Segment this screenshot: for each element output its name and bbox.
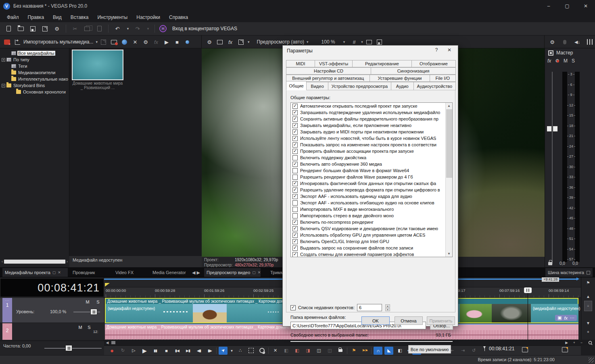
tab-float-icon[interactable]: ▢ <box>252 270 256 275</box>
project-properties-button[interactable] <box>40 24 49 33</box>
master-fader-handle[interactable] <box>547 126 558 132</box>
track-solo-button[interactable]: S <box>86 325 93 331</box>
capture-video-button[interactable] <box>110 37 119 46</box>
scrollbar-thumb[interactable] <box>111 341 115 344</box>
tab-float-icon[interactable]: ▢ <box>52 270 56 275</box>
cancel-button[interactable]: Отмена <box>395 316 423 325</box>
option-row[interactable]: Выдавать запрос на сохранение файлов пос… <box>291 245 446 251</box>
undo-dropdown[interactable]: ▾ <box>126 24 130 33</box>
mixer-settings-button[interactable]: ⚙ <box>548 37 557 46</box>
record-bus-button[interactable] <box>560 37 569 46</box>
option-row[interactable]: Включить авто обнаружение 360 медиа <box>291 161 446 167</box>
dialog-tab-deprecated[interactable]: Устаревшие функции <box>370 75 430 82</box>
scroll-left-icon[interactable]: ‹ <box>2 260 3 264</box>
option-row[interactable]: Показывать запрос на изменение настроек … <box>291 141 446 148</box>
menu-item[interactable]: Вид <box>48 13 66 22</box>
loop-region-end-icon[interactable] <box>562 347 568 352</box>
tab-project-media[interactable]: Медиафайлы проекта ▢ ✕ <box>2 268 68 277</box>
preview-zoom-dropdown[interactable]: ▾ <box>343 40 345 44</box>
vegas-hub-login[interactable]: Вход в концентратор VEGAS <box>172 26 237 31</box>
marker-tool-icon[interactable]: ⚑ <box>583 279 593 286</box>
rate-slider[interactable] <box>44 348 102 349</box>
tab-mastering-bus[interactable]: Шина мастеринга <box>545 268 593 277</box>
dialog-tab-midi[interactable]: MIDI <box>286 60 315 67</box>
option-row[interactable]: Используйте ленту новостей, чтобы быть в… <box>291 135 446 141</box>
spin-down-icon[interactable]: ▼ <box>385 308 390 311</box>
dialog-tab-editing[interactable]: Редактирование <box>352 60 412 67</box>
option-row[interactable]: Включить поддержку джойстика <box>291 154 446 161</box>
copy-button[interactable] <box>83 24 92 33</box>
trim-start-button[interactable]: ◧ <box>292 347 301 355</box>
option-row[interactable]: Закрывать медиафайлы, если приложение не… <box>291 122 446 129</box>
option-checkbox[interactable] <box>292 252 298 257</box>
track-level-slider-handle[interactable] <box>90 309 97 315</box>
option-row[interactable]: Импортировать стерео в виде двойного мон… <box>291 212 446 219</box>
remove-fx-button[interactable]: fx <box>152 37 161 46</box>
prev-frame-button[interactable]: ◀▮ <box>194 347 203 355</box>
settings-button[interactable]: ⚙ <box>52 24 61 33</box>
option-checkbox[interactable] <box>292 187 298 193</box>
scroll-up-icon[interactable]: ▲ <box>583 293 593 300</box>
edit-tool-button[interactable]: ➤ <box>219 347 228 355</box>
clip-segment[interactable] <box>460 304 492 322</box>
master-fx-button[interactable]: fx <box>547 58 551 64</box>
option-checkbox[interactable] <box>292 149 298 154</box>
dialog-title[interactable]: Параметры <box>283 46 458 56</box>
option-checkbox[interactable] <box>292 194 298 199</box>
playhead-line[interactable] <box>528 287 528 340</box>
tree-item[interactable]: Все медиафайлы <box>0 50 69 56</box>
detach-icon[interactable] <box>99 37 108 46</box>
option-row[interactable]: Импортировать MXF в виде многоканального <box>291 206 446 212</box>
option-checkbox[interactable] <box>292 123 298 128</box>
option-checkbox[interactable] <box>292 181 298 186</box>
play-from-start-button[interactable]: ▷ <box>129 347 138 355</box>
options-list[interactable]: Автоматически открывать последний проект… <box>290 102 453 257</box>
zoom-in-icon[interactable]: + <box>573 341 575 345</box>
fx-icon[interactable]: fx <box>564 316 568 320</box>
menu-item[interactable]: Вставка <box>66 13 93 22</box>
dialog-tab-audio[interactable]: Аудио <box>391 82 414 90</box>
tab-media-generator[interactable]: Media Generator <box>150 268 190 277</box>
import-media-button[interactable]: Импортировать мультимедиа... <box>23 39 93 45</box>
lock-event-button[interactable] <box>336 347 345 355</box>
clip-fx-chip[interactable]: ▣fx⋯ <box>555 315 577 321</box>
recent-projects-checkbox[interactable] <box>290 305 296 310</box>
restore-button[interactable]: ↺ <box>469 347 478 355</box>
go-to-end-button[interactable]: ▶▮ <box>184 347 192 355</box>
tab-overflow-arrows[interactable]: ◀ ▶ <box>190 268 203 277</box>
preview-settings-button[interactable]: ⚙ <box>205 37 214 46</box>
dialog-tab-audio-device[interactable]: Аудиоустройство <box>413 82 456 90</box>
new-project-button[interactable] <box>4 24 13 33</box>
tree-item[interactable]: Теги <box>0 63 69 69</box>
split-trim-button[interactable]: ◫ <box>314 347 323 355</box>
edit-tool-dropdown[interactable]: ▾ <box>230 347 234 355</box>
resize-grip[interactable] <box>589 358 594 363</box>
track-height-plus-icon[interactable]: + <box>583 328 593 335</box>
media-offline-icon[interactable] <box>2 37 11 46</box>
option-checkbox[interactable] <box>292 129 298 135</box>
zoom-out-icon[interactable]: − <box>580 341 582 345</box>
option-checkbox[interactable] <box>292 110 298 115</box>
media-marker-button[interactable] <box>183 37 192 46</box>
menu-item[interactable]: Правка <box>23 13 49 22</box>
scroll-left-icon[interactable]: ◀ <box>104 341 111 345</box>
slip-tool-button[interactable]: ◫ <box>325 347 334 355</box>
transport-time-value[interactable]: 00:08:41:21 <box>489 346 514 352</box>
scrollbar-thumb[interactable] <box>4 260 65 264</box>
track-header-audio[interactable]: ···2 M S 12: <box>0 323 104 340</box>
master-fader-track[interactable] <box>552 72 553 264</box>
option-row[interactable]: Включить QSV кодирование и декодирование… <box>291 225 446 232</box>
tab-explorer[interactable]: Проводник <box>70 268 99 277</box>
playhead-grabber[interactable] <box>524 287 532 293</box>
menu-item[interactable]: Инструменты <box>93 13 132 22</box>
record-button[interactable]: ● <box>107 347 116 355</box>
insert-marker-button[interactable]: ⚑ <box>349 347 358 355</box>
option-checkbox[interactable] <box>292 213 298 218</box>
dialog-close-button[interactable]: ✕ <box>446 47 453 54</box>
master-meter-icon[interactable] <box>548 50 553 56</box>
audio-output-button[interactable]: ◀↓ <box>573 37 582 46</box>
zoom-tool-icon[interactable] <box>588 341 591 344</box>
redo-dropdown[interactable]: ▾ <box>146 24 150 33</box>
defaults-button[interactable]: Все по умолчанию <box>408 345 451 354</box>
media-properties-button[interactable]: ⚙ <box>141 37 150 46</box>
